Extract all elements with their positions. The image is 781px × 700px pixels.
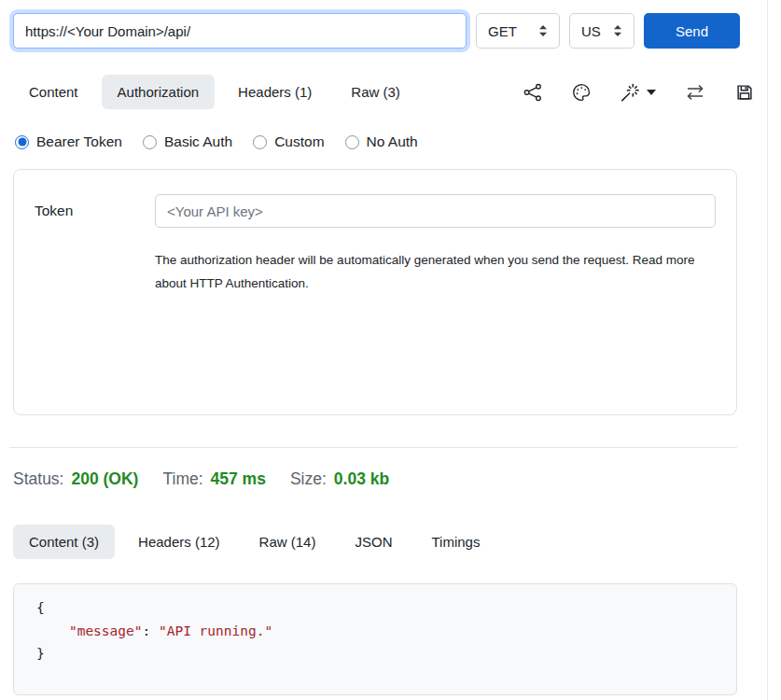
response-tabs-row: Content (3) Headers (12) Raw (14) JSON T… — [0, 489, 781, 559]
method-select-value: GET — [488, 23, 517, 39]
time-value: 457 ms — [211, 469, 266, 489]
request-toolbar — [523, 82, 768, 103]
save-icon[interactable] — [734, 82, 755, 103]
response-body-panel[interactable]: { "message": "API running." } — [13, 583, 737, 695]
tab-authorization[interactable]: Authorization — [102, 75, 216, 109]
auth-type-options: Bearer Token Basic Auth Custom No Auth — [0, 109, 781, 150]
time-label: Time: — [162, 469, 202, 489]
response-json: { "message": "API running." } — [36, 596, 736, 665]
magic-wand-icon[interactable] — [620, 82, 656, 103]
radio-label: Basic Auth — [164, 133, 232, 150]
json-close-brace: } — [36, 646, 45, 661]
json-separator: : — [143, 623, 159, 638]
region-select[interactable]: US — [569, 13, 635, 49]
request-tabs: Content Authorization Headers (1) Raw (3… — [13, 75, 416, 109]
radio-label: No Auth — [367, 133, 418, 150]
resp-tab-headers[interactable]: Headers (12) — [122, 525, 236, 559]
status-pair: Status: 200 (OK) — [13, 469, 138, 489]
radio-label: Custom — [274, 133, 324, 150]
radio-button-icon — [345, 135, 359, 149]
radio-no-auth[interactable]: No Auth — [345, 133, 418, 150]
response-status-row: Status: 200 (OK) Time: 457 ms Size: 0.03… — [0, 448, 781, 489]
size-label: Size: — [290, 469, 327, 489]
updown-arrows-icon — [538, 24, 548, 37]
page-column-divider — [767, 0, 768, 700]
radio-button-icon — [253, 135, 267, 149]
json-value: "API running." — [159, 623, 272, 638]
token-helper-text: The authorization header will be automat… — [155, 248, 700, 295]
tab-content[interactable]: Content — [13, 75, 94, 109]
response-tabs: Content (3) Headers (12) Raw (14) JSON T… — [13, 525, 495, 559]
radio-button-icon — [15, 135, 29, 149]
size-pair: Size: 0.03 kb — [290, 469, 389, 489]
request-url-row: GET US Send — [0, 0, 781, 49]
request-tabs-row: Content Authorization Headers (1) Raw (3… — [0, 49, 781, 109]
status-value: 200 (OK) — [71, 469, 138, 489]
json-open-brace: { — [36, 600, 45, 615]
json-indent — [36, 623, 69, 638]
resp-tab-content[interactable]: Content (3) — [13, 525, 115, 559]
send-button[interactable]: Send — [644, 13, 740, 49]
token-field-row: Token — [35, 194, 716, 228]
radio-label: Bearer Token — [36, 133, 122, 150]
palette-icon[interactable] — [571, 82, 592, 103]
chevron-down-icon — [647, 90, 656, 95]
api-tester-page: GET US Send Content Authorization Header… — [0, 0, 781, 700]
time-pair: Time: 457 ms — [162, 469, 265, 489]
radio-bearer-token[interactable]: Bearer Token — [15, 133, 122, 150]
bearer-token-panel: Token The authorization header will be a… — [13, 169, 737, 415]
radio-basic-auth[interactable]: Basic Auth — [143, 133, 232, 150]
swap-arrows-icon[interactable] — [684, 82, 706, 103]
token-input[interactable] — [155, 194, 716, 228]
updown-arrows-icon — [613, 24, 622, 37]
region-select-value: US — [581, 23, 601, 39]
url-input[interactable] — [13, 13, 467, 49]
share-icon[interactable] — [523, 82, 543, 103]
status-label: Status: — [13, 469, 63, 489]
radio-custom[interactable]: Custom — [253, 133, 324, 150]
method-select[interactable]: GET — [476, 13, 560, 49]
tab-headers[interactable]: Headers (1) — [222, 75, 328, 109]
tab-raw[interactable]: Raw (3) — [335, 75, 416, 109]
size-value: 0.03 kb — [334, 469, 389, 489]
json-key: "message" — [69, 623, 143, 638]
resp-tab-json[interactable]: JSON — [339, 525, 408, 559]
resp-tab-raw[interactable]: Raw (14) — [244, 525, 332, 559]
resp-tab-timings[interactable]: Timings — [415, 525, 495, 559]
radio-button-icon — [143, 135, 157, 149]
token-label: Token — [35, 203, 155, 219]
